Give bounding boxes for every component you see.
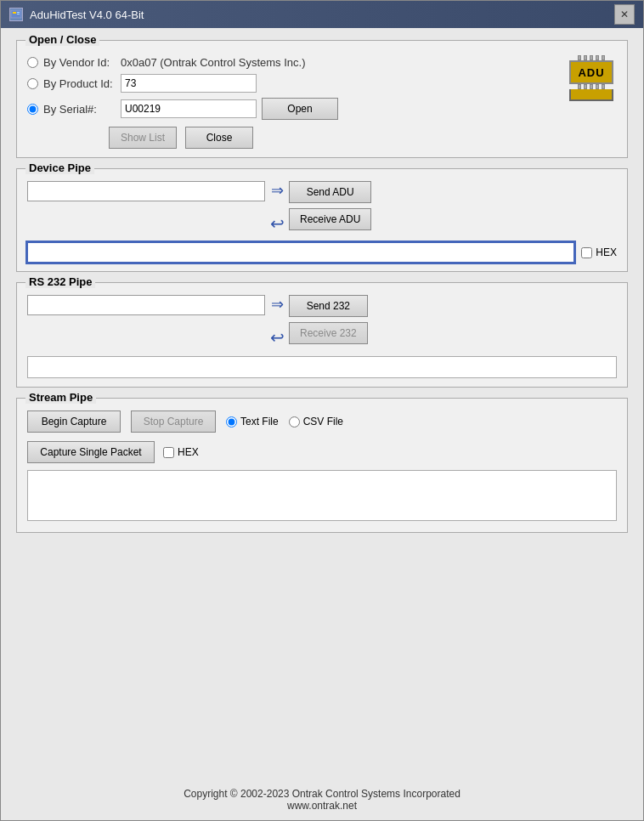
open-close-group: Open / Close By Vendor Id: 0x0a07 (Ontra… (16, 40, 628, 158)
window-title: AduHidTest V4.0 64-Bit (30, 8, 144, 21)
device-pipe-send-input[interactable] (27, 181, 265, 201)
open-close-label: Open / Close (25, 33, 99, 46)
rs232-send-input[interactable] (27, 295, 265, 315)
close-device-button[interactable]: Close (185, 127, 253, 149)
main-content: Open / Close By Vendor Id: 0x0a07 (Ontra… (1, 28, 643, 779)
svg-rect-1 (13, 12, 16, 14)
serial-label: By Serial#: (43, 103, 116, 116)
send-232-button[interactable]: Send 232 (289, 295, 368, 317)
product-id-radio[interactable] (27, 78, 38, 89)
show-list-button[interactable]: Show List (109, 127, 177, 149)
csv-file-label: CSV File (303, 416, 343, 427)
rs232-send-receive: ⇒ ↩ Send 232 Receive 232 (27, 295, 617, 348)
copyright-text: Copyright © 2002-2023 Ontrak Control Sys… (9, 788, 635, 800)
begin-capture-button[interactable]: Begin Capture (27, 410, 121, 433)
serial-row: By Serial#: Open (27, 98, 338, 120)
footer: Copyright © 2002-2023 Ontrak Control Sys… (1, 779, 643, 820)
csv-file-option: CSV File (289, 416, 343, 427)
text-file-radio[interactable] (226, 416, 237, 427)
hex-label-stream: HEX (178, 446, 199, 458)
receive-arrow-icon: ↩ (265, 213, 289, 234)
title-bar-left: AduHidTest V4.0 64-Bit (9, 8, 144, 21)
hex-label-device: HEX (596, 246, 617, 258)
stream-pipe-content: Begin Capture Stop Capture Text File CSV… (27, 410, 617, 524)
product-id-input[interactable] (121, 74, 257, 93)
rs232-send-arrow-icon: ⇒ (265, 295, 289, 314)
hex-checkbox-stream: HEX (163, 446, 199, 458)
device-pipe-output-input[interactable] (27, 242, 574, 263)
adu-chip: ADU (569, 60, 613, 84)
open-close-section: By Vendor Id: 0x0a07 (Ontrak Control Sys… (27, 56, 617, 149)
text-file-option: Text File (226, 416, 279, 427)
svg-rect-2 (17, 12, 20, 13)
vendor-id-radio[interactable] (27, 57, 38, 68)
adu-text: ADU (578, 66, 604, 79)
rs232-inputs (27, 295, 265, 344)
rs232-pipe-group: RS 232 Pipe ⇒ ↩ Send 232 Receive 232 (16, 282, 628, 388)
serial-radio[interactable] (27, 104, 38, 115)
rs232-arrows: ⇒ ↩ (265, 295, 289, 348)
rs232-pipe-buttons: Send 232 Receive 232 (289, 295, 368, 344)
csv-file-radio[interactable] (289, 416, 300, 427)
hex-checkbox-input-stream[interactable] (163, 447, 174, 458)
pipe-send-receive: ⇒ ↩ Send ADU Receive ADU (27, 181, 617, 234)
device-pipe-group: Device Pipe ⇒ ↩ Send ADU Receive ADU (16, 168, 628, 272)
stream-capture-row: Capture Single Packet HEX (27, 441, 617, 463)
device-pipe-label: Device Pipe (25, 161, 94, 174)
adu-connector (569, 89, 613, 101)
capture-single-button[interactable]: Capture Single Packet (27, 441, 155, 463)
product-id-label: By Product Id: (43, 77, 116, 90)
rs232-output-input[interactable] (27, 356, 617, 378)
pipe-output-row: HEX (27, 242, 617, 263)
svg-rect-0 (11, 10, 21, 18)
adu-logo: ADU (566, 53, 617, 104)
pipe-buttons: Send ADU Receive ADU (289, 181, 371, 230)
serial-input[interactable] (121, 99, 257, 118)
stream-pipe-group: Stream Pipe Begin Capture Stop Capture T… (16, 398, 628, 533)
rs232-spacer (27, 322, 265, 344)
close-button[interactable]: ✕ (614, 4, 635, 25)
open-close-left: By Vendor Id: 0x0a07 (Ontrak Control Sys… (27, 56, 338, 120)
pipe-inputs (27, 181, 265, 230)
stream-pipe-label: Stream Pipe (25, 391, 96, 404)
svg-rect-3 (17, 14, 20, 14)
stop-capture-button[interactable]: Stop Capture (131, 410, 216, 433)
rs232-pipe-content: ⇒ ↩ Send 232 Receive 232 (27, 295, 617, 378)
receive-232-button[interactable]: Receive 232 (289, 322, 368, 344)
app-icon (9, 8, 23, 21)
spacer (27, 208, 265, 230)
receive-adu-button[interactable]: Receive ADU (289, 208, 371, 230)
website-text: www.ontrak.net (9, 800, 635, 812)
open-button[interactable]: Open (262, 98, 338, 120)
product-id-row: By Product Id: (27, 74, 338, 93)
send-arrow-icon: ⇒ (265, 181, 289, 200)
send-adu-button[interactable]: Send ADU (289, 181, 371, 203)
vendor-id-value: 0x0a07 (Ontrak Control Systems Inc.) (121, 56, 305, 69)
title-bar: AduHidTest V4.0 64-Bit ✕ (1, 1, 643, 28)
rs232-receive-arrow-icon: ↩ (265, 327, 289, 348)
vendor-id-label: By Vendor Id: (43, 56, 116, 69)
device-pipe-content: ⇒ ↩ Send ADU Receive ADU HEX (27, 181, 617, 263)
pipe-arrows: ⇒ ↩ (265, 181, 289, 234)
main-window: AduHidTest V4.0 64-Bit ✕ Open / Close By… (0, 0, 644, 821)
hex-checkbox-input-device[interactable] (581, 247, 592, 258)
stream-output-textarea[interactable] (27, 470, 617, 521)
rs232-pipe-label: RS 232 Pipe (25, 275, 95, 288)
stream-controls: Begin Capture Stop Capture Text File CSV… (27, 410, 617, 433)
vendor-id-row: By Vendor Id: 0x0a07 (Ontrak Control Sys… (27, 56, 338, 69)
show-close-row: Show List Close (109, 127, 338, 149)
hex-checkbox-device: HEX (581, 246, 617, 258)
text-file-label: Text File (240, 416, 279, 427)
